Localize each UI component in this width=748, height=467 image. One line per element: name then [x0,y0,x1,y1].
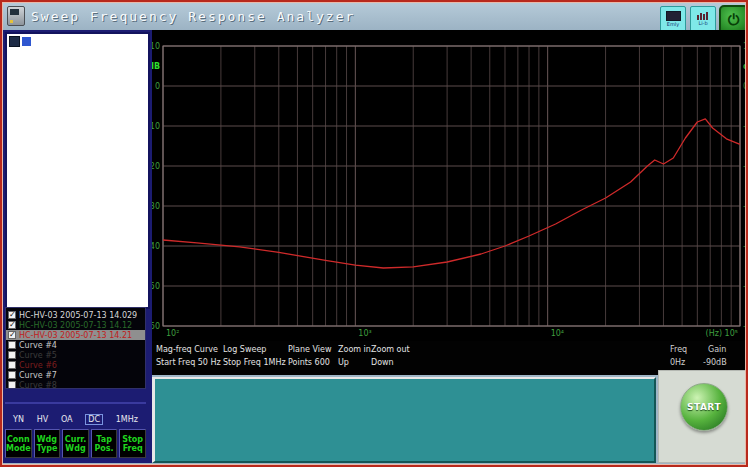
freq-readout-label: Freq [670,345,687,354]
x-tick-label: 10² [166,329,179,338]
curve-label: HC-HV-03 2005-07-13 14.21 [19,331,132,340]
curve-checkbox[interactable]: ✓ [8,321,16,329]
param-value-dc: DC [85,414,103,425]
meter-icon [666,11,681,21]
y-tick-label-left: -40 [152,242,160,251]
curve-list-item[interactable]: Curve #7 [6,370,145,380]
y-axis-unit-right: dB [743,62,746,71]
menu-item-plane-view[interactable]: Plane View [288,345,331,354]
menu-item-start-freq-50-hz[interactable]: Start Freq 50 Hz [156,358,221,367]
curve-list-item[interactable]: Curve #5 [6,350,145,360]
curr-wdg-button[interactable]: Curr.Wdg [62,429,89,458]
curve-label: HC-HV-03 2005-07-13 14.029 [19,311,137,320]
y-tick-label-left: -10 [152,122,160,131]
param-value-1mhz: 1MHz [116,415,138,424]
menu-item-down[interactable]: Down [371,358,394,367]
x-axis-unit: (Hz) 10⁵ [706,329,738,338]
menu-item-mag-freq-curve[interactable]: Mag-freq Curve [156,345,218,354]
curve-checkbox[interactable]: ✓ [8,311,16,319]
menu-item-zoom-in[interactable]: Zoom in [338,345,371,354]
status-panel [152,377,656,463]
window-title: Sweep Frequency Response Analyzer [31,9,355,24]
curve-checkbox[interactable] [8,381,16,389]
curve-label: Curve #7 [19,371,57,380]
test-params-row: YNHVOADC1MHz [5,411,146,427]
curve-list-item[interactable]: Curve #4 [6,340,145,350]
curve-label: Curve #8 [19,381,57,390]
param-value-hv: HV [37,415,49,424]
curve-list-item[interactable]: Curve #6 [6,360,145,370]
y-tick-label-right: 10 [743,42,746,51]
curve-checkbox[interactable]: ✓ [8,331,16,339]
x-tick-label: 10³ [358,329,371,338]
curve-checkbox[interactable] [8,361,16,369]
curve-checkbox[interactable] [8,371,16,379]
y-tick-label-left: -30 [152,202,160,211]
y-tick-label-left: 0 [155,82,160,91]
param-value-oa: OA [61,415,73,424]
x-tick-label: 10⁴ [551,329,564,338]
power-icon: ⏻ [728,11,740,29]
param-value-yn: YN [13,415,24,424]
device-node-icon [9,36,20,47]
meter-utility-button[interactable]: Emly [660,6,686,32]
chart-menu-bar: Freq Gain 0Hz -90dB Mag-freq CurveLog Sw… [152,341,746,375]
menu-item-stop-freq-1mhz[interactable]: Stop Freq 1MHz [223,358,286,367]
y-tick-label-left: 10 [152,42,160,51]
y-tick-label-right: -20 [743,162,746,171]
gain-readout-label: Gain [708,345,726,354]
wdg-type-button[interactable]: WdgType [34,429,61,458]
menu-item-up[interactable]: Up [338,358,349,367]
y-tick-label-right: -30 [743,202,746,211]
curve-checkbox[interactable] [8,341,16,349]
battery-bars-icon [697,12,710,20]
curve-list-item[interactable]: ✓HC-HV-03 2005-07-13 14.21 [6,330,145,340]
tree-root-node[interactable] [9,36,148,47]
fra-chart-svg: 101000-10-10-20-20-30-30-40-40-50-50-60-… [152,30,746,341]
selected-node-marker [22,37,31,46]
record-tree-listbox[interactable] [5,32,150,309]
curve-label: Curve #4 [19,341,57,350]
app-icon [7,6,25,26]
freq-readout-value: 0Hz [670,358,685,367]
start-panel: START [658,370,746,463]
plot-border [163,46,740,326]
y-tick-label-left: -20 [152,162,160,171]
y-tick-label-right: -60 [743,322,746,331]
stop-freq-button[interactable]: StopFreq [119,429,146,458]
start-button[interactable]: START [680,383,728,431]
start-button-label: START [687,402,721,412]
conn-mode-button[interactable]: ConnMode [5,429,32,458]
y-tick-label-right: -40 [743,242,746,251]
curve-label: Curve #6 [19,361,57,370]
y-tick-label-right: -10 [743,122,746,131]
battery-utility-button[interactable]: Li-b [690,6,716,32]
setting-buttons-row: ConnModeWdgTypeCurr.WdgTapPos.StopFreq [5,429,146,458]
menu-item-log-sweep[interactable]: Log Sweep [223,345,266,354]
left-sidebar: ✓HC-HV-03 2005-07-13 14.029✓HC-HV-03 200… [2,30,152,463]
curve-list-item[interactable]: ✓HC-HV-03 2005-07-13 14.12 [6,320,145,330]
y-tick-label-right: -50 [743,282,746,291]
sidebar-divider [5,402,146,404]
curve-list-item[interactable]: ✓HC-HV-03 2005-07-13 14.029 [6,310,145,320]
meter-button-label: Emly [667,22,679,27]
battery-button-label: Li-b [698,21,707,26]
y-tick-label-left: -60 [152,322,160,331]
curve-checkbox[interactable] [8,351,16,359]
curve-list-item[interactable]: Curve #8 [6,380,145,389]
menu-item-zoom-out[interactable]: Zoom out [371,345,410,354]
curve-label: HC-HV-03 2005-07-13 14.12 [19,321,132,330]
y-axis-unit-left: dB [152,62,160,71]
y-tick-label-left: -50 [152,282,160,291]
title-bar: Sweep Frequency Response Analyzer Emly L… [2,2,746,30]
curve-list: ✓HC-HV-03 2005-07-13 14.029✓HC-HV-03 200… [5,307,146,389]
y-tick-label-right: 0 [743,82,746,91]
gain-readout-value: -90dB [703,358,727,367]
curve-label: Curve #5 [19,351,57,360]
menu-item-points-600[interactable]: Points 600 [288,358,330,367]
fra-chart: 101000-10-10-20-20-30-30-40-40-50-50-60-… [152,30,746,341]
tap-pos--button[interactable]: TapPos. [91,429,118,458]
